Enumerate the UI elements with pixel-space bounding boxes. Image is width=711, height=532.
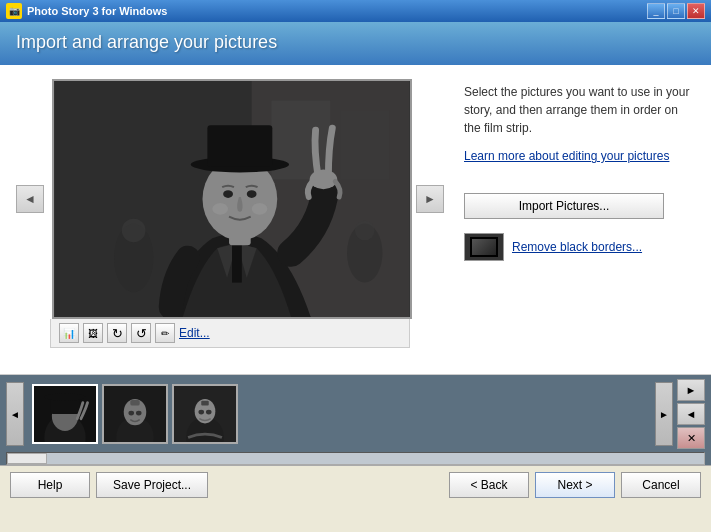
learn-more-link[interactable]: Learn more about editing your pictures <box>464 149 695 163</box>
close-button[interactable]: ✕ <box>687 3 705 19</box>
minimize-button[interactable]: _ <box>647 3 665 19</box>
filmstrip-scroll-left[interactable]: ◄ <box>6 382 24 446</box>
svg-rect-6 <box>232 243 242 282</box>
right-panel: Select the pictures you want to use in y… <box>464 79 695 360</box>
svg-rect-34 <box>201 401 209 406</box>
main-content-area: ◄ <box>0 65 711 375</box>
app-icon: 📷 <box>6 3 22 19</box>
title-text: Photo Story 3 for Windows <box>27 5 167 17</box>
svg-point-12 <box>247 190 257 198</box>
filmstrip-scrollbar[interactable] <box>6 452 705 465</box>
filmstrip-row: ◄ <box>6 379 705 449</box>
app-header: Import and arrange your pictures <box>0 22 711 65</box>
filmstrip-remove-button[interactable]: ✕ <box>677 427 705 449</box>
svg-point-19 <box>355 221 375 241</box>
window-controls: _ □ ✕ <box>647 3 705 19</box>
film-thumb-3[interactable] <box>172 384 238 444</box>
photo-nav-left-button[interactable]: ◄ <box>16 185 44 213</box>
thumb-2-image <box>104 384 166 444</box>
cancel-button[interactable]: Cancel <box>621 472 701 498</box>
svg-point-35 <box>198 410 204 415</box>
svg-rect-4 <box>340 111 389 180</box>
svg-point-13 <box>212 203 228 215</box>
image-button[interactable]: 🖼 <box>83 323 103 343</box>
main-photo <box>54 81 410 317</box>
instruction-text: Select the pictures you want to use in y… <box>464 83 695 137</box>
border-thumb-inner <box>470 237 498 257</box>
svg-point-17 <box>122 219 146 243</box>
bottom-bar: Help Save Project... < Back Next > Cance… <box>0 465 711 503</box>
photo-panel: ◄ <box>16 79 444 360</box>
svg-point-36 <box>206 410 212 415</box>
border-thumb-icon <box>464 233 504 261</box>
filmstrip-up-button[interactable]: ► <box>677 379 705 401</box>
thumb-1-image <box>34 384 96 444</box>
rotate-ccw-button[interactable]: ↺ <box>131 323 151 343</box>
svg-rect-10 <box>207 125 272 166</box>
svg-point-29 <box>128 411 134 416</box>
svg-point-30 <box>136 411 142 416</box>
filmstrip-wrapper: ◄ <box>0 375 711 465</box>
remove-borders-row[interactable]: Remove black borders... <box>464 233 695 261</box>
chart-button[interactable]: 📊 <box>59 323 79 343</box>
scrollbar-thumb[interactable] <box>7 453 47 464</box>
filmstrip-scroll-right[interactable]: ► <box>655 382 673 446</box>
svg-point-24 <box>44 393 85 401</box>
film-thumb-1[interactable] <box>32 384 98 444</box>
photo-nav-right-button[interactable]: ► <box>416 185 444 213</box>
next-button[interactable]: Next > <box>535 472 615 498</box>
svg-point-14 <box>252 203 268 215</box>
title-bar: 📷 Photo Story 3 for Windows _ □ ✕ <box>0 0 711 22</box>
help-button[interactable]: Help <box>10 472 90 498</box>
film-thumb-2[interactable] <box>102 384 168 444</box>
filmstrip-side-buttons: ► ◄ ✕ <box>677 379 705 449</box>
photo-toolbar: 📊 🖼 ↻ ↺ ✏ Edit... <box>50 319 410 348</box>
edit-icon-btn[interactable]: ✏ <box>155 323 175 343</box>
import-pictures-button[interactable]: Import Pictures... <box>464 193 664 219</box>
filmstrip-down-button[interactable]: ◄ <box>677 403 705 425</box>
thumb-3-image <box>174 384 236 444</box>
photo-frame <box>52 79 412 319</box>
save-project-button[interactable]: Save Project... <box>96 472 208 498</box>
page-title: Import and arrange your pictures <box>16 32 695 53</box>
maximize-button[interactable]: □ <box>667 3 685 19</box>
svg-rect-28 <box>130 400 139 406</box>
rotate-cw-button[interactable]: ↻ <box>107 323 127 343</box>
edit-link[interactable]: Edit... <box>179 326 210 340</box>
remove-borders-link[interactable]: Remove black borders... <box>512 240 642 254</box>
back-button[interactable]: < Back <box>449 472 529 498</box>
filmstrip-scroll <box>28 380 651 448</box>
svg-point-11 <box>223 190 233 198</box>
